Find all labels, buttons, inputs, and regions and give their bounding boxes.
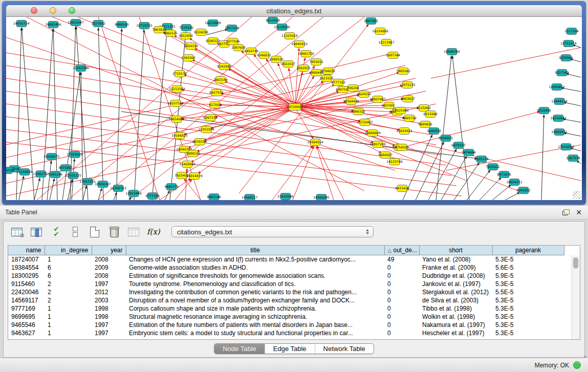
close-window-button[interactable] [31,7,37,14]
table-row[interactable]: 2242004622012Investigating the contribut… [8,288,564,296]
network-edge[interactable] [492,185,511,200]
network-node[interactable]: 2687682 [364,18,378,25]
network-window-titlebar[interactable]: citations_edges.txt [6,5,582,17]
network-node[interactable]: 13218506 [274,24,290,31]
delete-columns-button[interactable] [108,226,120,238]
table-mode-button[interactable]: ⚙ [11,226,23,238]
network-node[interactable]: 16210643 [550,115,567,122]
network-node[interactable]: 1998222 [186,150,200,157]
new-column-button[interactable] [89,226,101,238]
tab-network-table[interactable]: Network Table [315,344,374,354]
network-node[interactable]: 8226058 [194,29,208,36]
table-row[interactable]: 969969511998Structural magnetic resonanc… [8,313,564,321]
network-node[interactable]: 10653247 [68,19,84,26]
network-edge[interactable] [541,115,544,200]
network-node[interactable]: 21053346 [73,65,89,72]
unselect-all-button[interactable] [69,226,81,238]
network-node[interactable]: 9756928 [395,144,409,151]
resize-grip-icon[interactable] [573,191,581,199]
network-node[interactable]: 20364436 [343,98,359,105]
network-node[interactable]: 6794028 [321,68,335,75]
network-node[interactable]: 12093852 [549,84,565,91]
network-node[interactable]: 2367608 [231,45,246,51]
network-edge[interactable] [295,81,323,107]
network-node[interactable]: 7986322 [351,108,365,115]
network-edge[interactable] [239,24,368,193]
column-header-year[interactable]: year [92,246,126,255]
network-edge[interactable] [165,190,169,200]
table-row[interactable]: 1938455462009Genome-wide association stu… [8,264,564,272]
network-node[interactable]: 1267534 [566,155,580,162]
table-row[interactable]: 911546021997Tourette syndrome. Phenomeno… [8,280,564,288]
network-edge[interactable] [480,178,501,200]
network-edge[interactable] [98,188,102,200]
table-row[interactable]: 1872400712008Changes of HCN gene express… [8,255,564,264]
network-node[interactable]: 12444134 [551,98,568,105]
network-node[interactable]: 8427552 [209,90,224,96]
network-node[interactable]: 746266 [347,85,359,92]
network-node[interactable]: 2342004 [181,55,195,61]
network-node[interactable]: 8471676 [497,171,511,178]
network-node[interactable]: 16154808 [372,28,388,35]
network-node[interactable]: 7632621 [486,164,500,170]
network-node[interactable]: 9245652 [516,187,531,194]
network-node[interactable]: 19166825 [171,133,188,139]
network-node[interactable]: 8466160 [115,21,129,28]
column-header-title[interactable]: title [126,246,384,255]
network-node[interactable]: 20691406 [45,21,61,28]
network-edge[interactable] [416,142,444,200]
network-node[interactable]: 16640910 [291,41,308,48]
column-header-in_degree[interactable]: in_degree [45,246,92,255]
network-edge[interactable] [428,149,456,200]
network-node[interactable]: 15654923 [396,128,412,135]
table-row[interactable]: 1830029562008Estimation of significance … [8,272,564,280]
network-edge[interactable] [225,81,295,107]
network-node[interactable]: 3624554 [357,91,371,98]
network-node[interactable]: 14120746 [386,159,403,165]
network-node[interactable]: 16961758 [298,51,314,57]
network-node[interactable]: 1097344 [386,52,400,59]
network-node[interactable]: 11156839 [16,169,33,176]
network-edge[interactable] [402,112,540,147]
function-builder-button[interactable]: f(x) [147,226,160,238]
tab-edge-table[interactable]: Edge Table [265,344,315,354]
network-node[interactable]: 9242848 [217,63,231,70]
network-node[interactable]: 9777163 [331,79,345,86]
network-node[interactable]: 12975135 [399,82,416,89]
network-node[interactable]: 17957255 [79,179,96,185]
network-edge[interactable] [214,107,295,117]
network-node[interactable]: 8267150 [203,115,217,121]
network-node[interactable]: 10654985 [168,116,185,123]
network-node[interactable]: 9975887 [58,165,73,171]
close-panel-icon[interactable]: ✕ [576,209,582,216]
network-node[interactable]: 2803144 [213,77,228,83]
network-node[interactable]: 9860125 [163,30,178,37]
network-node[interactable]: 16033809 [205,20,221,27]
network-node[interactable]: 24055724 [13,20,30,27]
network-node[interactable]: 12213967 [378,39,395,46]
network-edge[interactable] [152,31,167,200]
float-panel-icon[interactable] [562,209,570,215]
network-edge[interactable] [293,146,314,200]
network-edge[interactable] [72,159,74,200]
network-node[interactable]: 2935114 [474,156,489,163]
network-edge[interactable] [98,17,160,200]
network-node[interactable]: 11409948 [179,161,195,168]
network-edge[interactable] [184,75,295,107]
network-edge[interactable] [50,179,54,200]
network-edge[interactable] [207,29,228,35]
network-node[interactable]: 19384554 [307,139,323,146]
column-header-short[interactable]: short [419,246,492,255]
network-node[interactable]: 10719155 [136,23,153,29]
network-node[interactable]: 9433426 [395,185,409,192]
network-node[interactable]: 9777169 [145,193,160,200]
scrollbar-thumb[interactable] [573,257,578,269]
network-node[interactable]: 9227349 [555,70,569,76]
network-node[interactable]: 2535554 [6,167,14,174]
network-node[interactable]: 15751074 [560,40,577,47]
network-node[interactable]: 62160 [384,102,394,109]
network-edge[interactable] [134,30,144,200]
network-node[interactable]: 7485063 [396,68,410,75]
network-edge[interactable] [6,65,405,158]
network-node[interactable]: 10107552 [167,100,184,107]
